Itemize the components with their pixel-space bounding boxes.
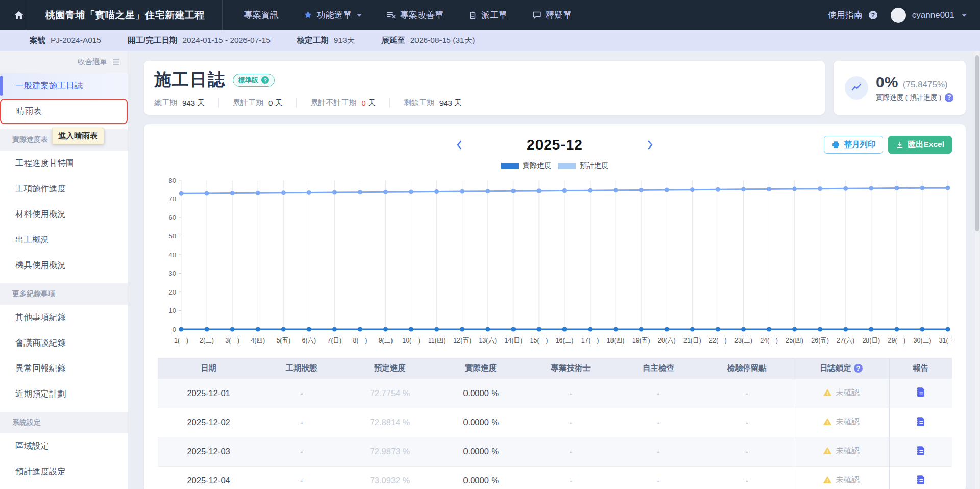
stat-value: 0: [361, 99, 365, 107]
username[interactable]: cyanne001: [912, 10, 954, 20]
navbar-item-label: 派工單: [481, 9, 507, 21]
app-window: 桃園青埔「賓喵之星」住宅新建工程 專案資訊功能選單專案改善單派工單釋疑單 使用指…: [0, 0, 980, 489]
progress-summary-card: 0% (75.8475%) 實際進度 ( 預計進度 ) ?: [834, 61, 966, 115]
cell-lock-status: 未確認: [793, 379, 889, 408]
trend-icon: [845, 76, 868, 100]
sidebar-item[interactable]: 近期預定計劃: [0, 381, 128, 407]
report-document-icon[interactable]: [915, 416, 926, 429]
cell-status: -: [259, 437, 344, 466]
svg-text:3(三): 3(三): [225, 337, 239, 344]
print-month-label: 整月列印: [844, 139, 875, 150]
project-title: 桃園青埔「賓喵之星」住宅新建工程: [45, 9, 205, 22]
svg-text:20(六): 20(六): [658, 337, 676, 344]
svg-text:28(日): 28(日): [862, 337, 880, 344]
cell-actual-progress: 0.0000 %: [436, 408, 525, 437]
cell-lock-status: 未確認: [793, 437, 889, 466]
star-icon: [303, 10, 313, 20]
navbar-item-label: 專案資訊: [244, 9, 279, 21]
svg-text:26(五): 26(五): [811, 337, 829, 344]
guide-question-icon[interactable]: ?: [869, 11, 877, 19]
duration-stats: 總工期943天累計工期0天累計不計工期0天剩餘工期943天: [154, 98, 815, 108]
daily-log-card: 2025-12 整月列印 匯出Excel: [144, 124, 966, 489]
version-question-icon[interactable]: ?: [261, 76, 269, 84]
column-header: 報告: [889, 358, 952, 379]
report-document-icon[interactable]: [915, 474, 926, 487]
svg-text:11(四): 11(四): [428, 337, 446, 344]
sidebar-item[interactable]: 預計進度設定: [0, 459, 128, 484]
project-title-wrap: 桃園青埔「賓喵之星」住宅新建工程: [28, 0, 223, 30]
svg-text:19(五): 19(五): [632, 337, 650, 344]
stat-unit: 天: [197, 98, 205, 108]
sidebar-section-header: 系統設定: [0, 412, 128, 433]
stat-value: 0: [268, 99, 273, 107]
table-header-row: 日期工期狀態預定進度實際進度專業技術士自主檢查檢驗停留點日誌鎖定?報告: [158, 358, 952, 379]
sidebar-item[interactable]: 工程進度甘特圖: [0, 151, 128, 176]
cell-technician: -: [525, 466, 616, 489]
warning-icon: [823, 388, 832, 397]
month-navigation: 2025-12 整月列印 匯出Excel: [158, 134, 952, 156]
sidebar-item[interactable]: 出工概況: [0, 227, 128, 253]
collapse-menu-label: 收合選單: [78, 57, 107, 67]
report-document-icon[interactable]: [915, 445, 926, 458]
sidebar-item[interactable]: 工項施作進度: [0, 176, 128, 202]
progress-question-icon[interactable]: ?: [945, 93, 953, 102]
sidebar-item[interactable]: 區域設定: [0, 433, 128, 459]
navbar-item-5[interactable]: 釋疑單: [532, 9, 572, 21]
navbar-item-2[interactable]: 功能選單: [303, 9, 362, 21]
sidebar-item[interactable]: 其他事項紀錄: [0, 305, 128, 330]
printer-icon: [831, 140, 840, 149]
svg-text:1(一): 1(一): [174, 337, 188, 344]
lock-question-icon[interactable]: ?: [854, 364, 863, 373]
cell-inspection-hold: -: [701, 408, 793, 437]
user-caret-down-icon[interactable]: [962, 14, 967, 17]
log-header-card: 施工日誌 標準版 ? 總工期943天累計工期0天累計不計工期0天剩餘工期943天: [144, 61, 825, 115]
cell-inspection-hold: -: [701, 437, 793, 466]
sidebar-item[interactable]: 晴雨表: [0, 99, 128, 124]
print-month-button[interactable]: 整月列印: [824, 136, 883, 154]
cell-self-check: -: [616, 437, 701, 466]
cell-date: 2025-12-01: [158, 379, 259, 408]
info-value: 913天: [334, 35, 355, 46]
navbar-item-1[interactable]: 專案資訊: [244, 9, 279, 21]
navbar-item-4[interactable]: 派工單: [468, 9, 507, 21]
next-month-button[interactable]: [644, 138, 656, 152]
warning-icon: [823, 476, 832, 484]
guide-link[interactable]: 使用指南: [828, 9, 863, 21]
window-scrollbar[interactable]: [975, 51, 979, 489]
svg-text:40: 40: [169, 251, 176, 259]
info-value: 2024-01-15 - 2026-07-15: [182, 36, 270, 45]
avatar[interactable]: [891, 8, 906, 23]
lock-status-badge: 未確認: [823, 475, 860, 485]
table-row: 2025-12-04-73.0932 %0.0000 %---未確認: [158, 466, 952, 489]
navbar-menu: 專案資訊功能選單專案改善單派工單釋疑單: [244, 9, 572, 21]
cell-planned-progress: 73.0932 %: [344, 466, 436, 489]
chat-icon: [532, 10, 542, 20]
svg-text:23(二): 23(二): [734, 337, 752, 344]
stat-item: 剩餘工期943天: [389, 98, 476, 108]
column-header: 檢驗停留點: [701, 358, 793, 379]
column-header: 實際進度: [436, 358, 525, 379]
svg-text:60: 60: [169, 214, 176, 222]
info-value: PJ-2024-A015: [51, 36, 101, 45]
info-label: 開工/完工日期: [128, 35, 177, 46]
sidebar-item[interactable]: 異常回報紀錄: [0, 356, 128, 381]
lock-header: 日誌鎖定?: [820, 363, 863, 374]
cell-actual-progress: 0.0000 %: [436, 437, 525, 466]
sidebar-item[interactable]: 材料使用概況: [0, 202, 128, 227]
svg-text:29(一): 29(一): [888, 337, 905, 344]
prev-month-button[interactable]: [453, 138, 465, 152]
svg-text:18(四): 18(四): [607, 337, 625, 344]
column-header: 預定進度: [344, 358, 436, 379]
info-item: 案號PJ-2024-A015: [30, 35, 101, 46]
sidebar-item[interactable]: 會議商談紀錄: [0, 330, 128, 356]
navbar-item-3[interactable]: 專案改善單: [386, 9, 444, 21]
sidebar-item[interactable]: 機具使用概況: [0, 253, 128, 278]
scrollbar-thumb[interactable]: [975, 55, 979, 231]
home-icon[interactable]: [13, 10, 24, 21]
collapse-menu-button[interactable]: 收合選單: [0, 51, 128, 73]
svg-text:15(一): 15(一): [530, 337, 548, 344]
svg-text:22(一): 22(一): [709, 337, 727, 344]
sidebar-item[interactable]: 一般建案施工日誌: [0, 73, 128, 99]
export-excel-button[interactable]: 匯出Excel: [888, 136, 952, 154]
report-document-icon[interactable]: [915, 386, 926, 399]
